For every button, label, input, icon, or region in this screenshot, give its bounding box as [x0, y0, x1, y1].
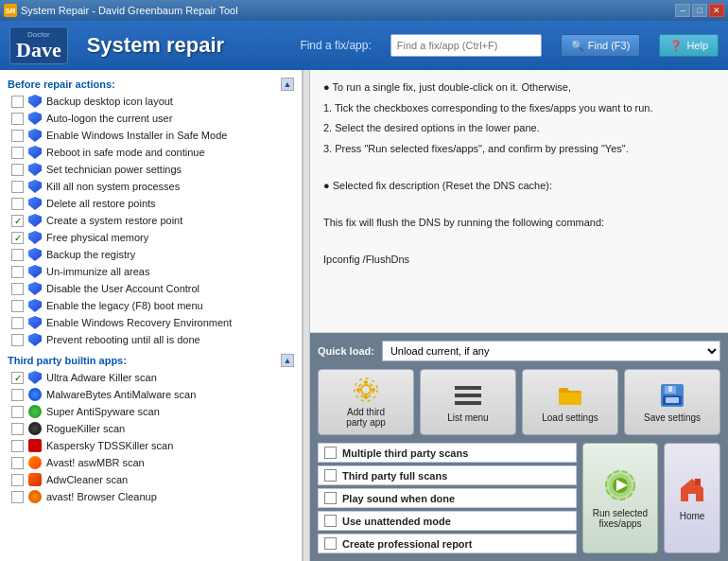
item-checkbox[interactable] [11, 283, 24, 295]
professional-report-checkbox[interactable] [324, 537, 337, 550]
quick-load-label: Quick load: [318, 345, 374, 357]
list-item[interactable]: MalwareBytes AntiMalware scan [4, 386, 298, 403]
list-item[interactable]: Prevent rebooting until all is done [4, 331, 298, 348]
item-checkbox[interactable] [11, 147, 24, 159]
list-item[interactable]: Create a system restore point [4, 212, 298, 229]
list-item[interactable]: Enable Windows Installer in Safe Mode [4, 127, 298, 144]
list-item[interactable]: Un-immunize all areas [4, 263, 298, 280]
list-menu-button[interactable]: List menu [420, 369, 516, 435]
section-before-repair[interactable]: Before repair actions: ▲ [4, 76, 298, 93]
kaspersky-icon [27, 438, 43, 453]
close-button[interactable]: ✕ [709, 4, 724, 17]
collapse-section1[interactable]: ▲ [281, 78, 294, 91]
check-full-scans[interactable]: Third party full scans [318, 465, 577, 485]
item-checkbox[interactable] [11, 300, 24, 312]
title-bar: SR System Repair - David Greenbaum Repai… [0, 0, 728, 21]
list-item[interactable]: Kaspersky TDSSKiller scan [4, 437, 298, 454]
check-play-sound[interactable]: Play sound when done [318, 488, 577, 508]
item-checkbox[interactable] [11, 317, 24, 329]
play-sound-checkbox[interactable] [324, 492, 337, 504]
list-item[interactable]: AdwCleaner scan [4, 471, 298, 488]
unattended-label: Use unattended mode [342, 516, 451, 527]
logo: Doctor Dave [9, 26, 68, 64]
item-checkbox[interactable] [11, 334, 24, 346]
item-checkbox[interactable] [11, 181, 24, 193]
before-repair-items: Backup desktop icon layout Auto-logon th… [4, 93, 298, 348]
list-item[interactable]: Avast! aswMBR scan [4, 454, 298, 471]
full-scans-checkbox[interactable] [324, 469, 337, 482]
item-checkbox[interactable] [11, 491, 24, 503]
list-item[interactable]: avast! Browser Cleanup [4, 488, 298, 505]
item-checkbox[interactable] [11, 164, 24, 176]
list-item[interactable]: Reboot in safe mode and continue [4, 144, 298, 161]
svg-point-4 [364, 395, 368, 399]
list-item[interactable]: Kill all non system processes [4, 178, 298, 195]
item-label: RogueKiller scan [46, 423, 125, 434]
find-input[interactable] [390, 34, 542, 57]
list-item[interactable]: Enable Windows Recovery Environment [4, 314, 298, 331]
item-checkbox[interactable] [11, 440, 24, 452]
svg-rect-20 [695, 479, 701, 485]
item-checkbox[interactable] [11, 96, 24, 108]
item-checkbox[interactable] [11, 457, 24, 469]
help-button[interactable]: ❓ Help [659, 34, 719, 57]
load-settings-button[interactable]: Load settings [522, 369, 618, 435]
collapse-section2[interactable]: ▲ [281, 354, 294, 367]
adwcleaner-icon [27, 472, 43, 487]
save-settings-button[interactable]: Save settings [624, 369, 720, 435]
minimize-button[interactable]: – [675, 4, 690, 17]
home-button[interactable]: Home [664, 443, 720, 553]
list-item[interactable]: Free physical memory [4, 229, 298, 246]
item-checkbox[interactable] [11, 249, 24, 261]
list-item[interactable]: Delete all restore points [4, 195, 298, 212]
check-professional-report[interactable]: Create professional report [318, 534, 577, 553]
load-settings-label: Load settings [542, 412, 598, 423]
list-item[interactable]: Backup the registry [4, 246, 298, 263]
run-selected-label: Run selectedfixes/apps [593, 508, 648, 529]
item-checkbox[interactable] [11, 423, 24, 435]
item-label: Ultra Adware Killer scan [46, 372, 157, 383]
unattended-checkbox[interactable] [324, 515, 337, 527]
list-item[interactable]: Ultra Adware Killer scan [4, 369, 298, 386]
run-selected-button[interactable]: Run selectedfixes/apps [582, 443, 658, 553]
item-label: Reboot in safe mode and continue [46, 147, 205, 158]
window-controls: – □ ✕ [675, 4, 724, 17]
find-button[interactable]: 🔍 Find (F3) [561, 34, 641, 57]
svg-point-3 [364, 380, 368, 384]
avast-icon [27, 455, 43, 470]
run-icon [603, 468, 637, 504]
item-checkbox[interactable] [11, 406, 24, 418]
list-item[interactable]: Enable the legacy (F8) boot menu [4, 297, 298, 314]
check-multiple-scans[interactable]: Multiple third party scans [318, 443, 577, 463]
check-unattended[interactable]: Use unattended mode [318, 511, 577, 531]
quick-load-row: Quick load: Unload current, if any Load … [318, 341, 720, 361]
item-checkbox[interactable] [11, 389, 24, 401]
section-third-party[interactable]: Third party builtin apps: ▲ [4, 352, 298, 369]
item-checkbox[interactable] [11, 232, 24, 244]
right-action-buttons: Run selectedfixes/apps Home [582, 443, 720, 553]
list-item[interactable]: RogueKiller scan [4, 420, 298, 437]
item-checkbox[interactable] [11, 198, 24, 210]
item-checkbox[interactable] [11, 215, 24, 227]
item-checkbox[interactable] [11, 372, 24, 384]
multiple-scans-checkbox[interactable] [324, 447, 337, 459]
list-item[interactable]: Backup desktop icon layout [4, 93, 298, 110]
list-item[interactable]: Set technician power settings [4, 161, 298, 178]
item-checkbox[interactable] [11, 266, 24, 278]
shield-icon [27, 298, 43, 313]
item-checkbox[interactable] [11, 130, 24, 142]
svg-rect-12 [668, 386, 672, 392]
add-third-party-button[interactable]: Add thirdparty app [318, 369, 414, 435]
logo-text: Doctor Dave [16, 30, 61, 61]
folder-icon [557, 382, 583, 409]
item-checkbox[interactable] [11, 474, 24, 486]
quick-load-select[interactable]: Unload current, if any Load saved Load d… [382, 341, 720, 361]
list-item[interactable]: Disable the User Account Control [4, 280, 298, 297]
item-checkbox[interactable] [11, 113, 24, 125]
list-item[interactable]: Super AntiSpyware scan [4, 403, 298, 420]
list-item[interactable]: Auto-logon the current user [4, 110, 298, 127]
item-label: Free physical memory [46, 232, 148, 243]
item-label: Prevent rebooting until all is done [46, 334, 200, 345]
svg-rect-9 [455, 401, 481, 405]
maximize-button[interactable]: □ [692, 4, 707, 17]
